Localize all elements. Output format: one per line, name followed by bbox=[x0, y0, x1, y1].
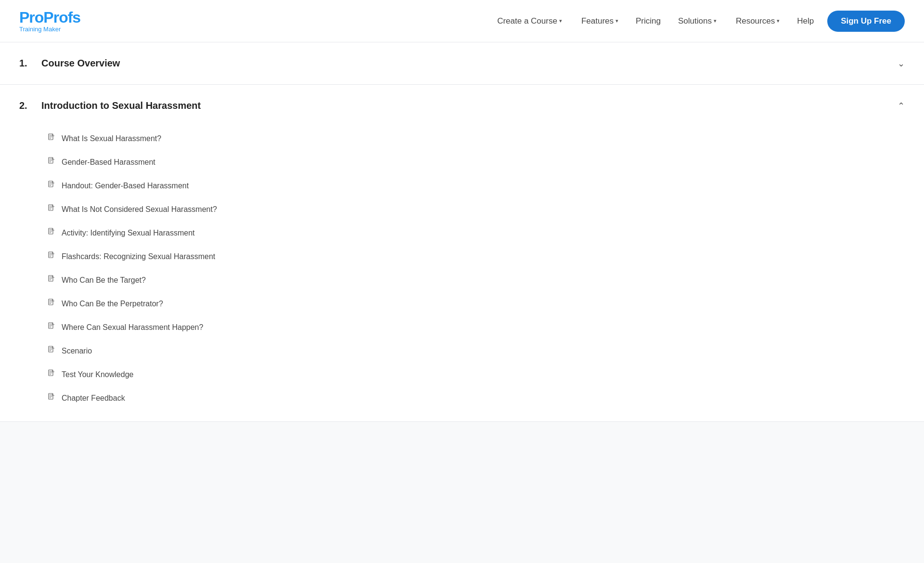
lesson-item[interactable]: Who Can Be the Perpetrator? bbox=[48, 292, 905, 315]
document-icon bbox=[48, 181, 55, 191]
lesson-text: Who Can Be the Perpetrator? bbox=[62, 300, 163, 308]
logo-pro: Pro bbox=[19, 9, 43, 26]
chevron-down-icon: ▾ bbox=[559, 18, 562, 24]
chevron-down-icon: ▾ bbox=[714, 18, 717, 24]
section-1-header[interactable]: 1. Course Overview ⌄ bbox=[19, 42, 905, 84]
nav-features[interactable]: Features ▾ bbox=[574, 13, 626, 30]
lesson-text: Flashcards: Recognizing Sexual Harassmen… bbox=[62, 252, 215, 261]
document-icon bbox=[48, 228, 55, 238]
chevron-down-icon: ▾ bbox=[777, 18, 780, 24]
signup-button[interactable]: Sign Up Free bbox=[827, 11, 905, 32]
lesson-text: What Is Not Considered Sexual Harassment… bbox=[62, 205, 217, 214]
lesson-text: Gender-Based Harassment bbox=[62, 158, 155, 167]
nav-solutions-label: Solutions bbox=[678, 16, 712, 26]
document-icon bbox=[48, 299, 55, 309]
nav-features-label: Features bbox=[581, 16, 614, 26]
nav-solutions[interactable]: Solutions ▾ bbox=[670, 13, 724, 30]
nav-help[interactable]: Help bbox=[791, 13, 820, 30]
document-icon bbox=[48, 369, 55, 380]
document-icon bbox=[48, 204, 55, 214]
lesson-item[interactable]: Who Can Be the Target? bbox=[48, 268, 905, 292]
lesson-text: Where Can Sexual Harassment Happen? bbox=[62, 323, 203, 332]
lesson-item[interactable]: Scenario bbox=[48, 339, 905, 363]
nav-create-course-label: Create a Course bbox=[497, 16, 557, 26]
chevron-up-icon: ⌃ bbox=[898, 101, 905, 111]
lesson-item[interactable]: Activity: Identifying Sexual Harassment bbox=[48, 221, 905, 245]
lesson-text: Scenario bbox=[62, 347, 92, 355]
nav-resources-label: Resources bbox=[736, 16, 775, 26]
main-content: 1. Course Overview ⌄ 2. Introduction to … bbox=[0, 42, 924, 422]
logo[interactable]: ProProfs Training Maker bbox=[19, 10, 80, 32]
lesson-text: Test Your Knowledge bbox=[62, 370, 133, 379]
main-nav: Create a Course ▾ Features ▾ Pricing Sol… bbox=[489, 11, 905, 32]
lesson-item[interactable]: Flashcards: Recognizing Sexual Harassmen… bbox=[48, 245, 905, 268]
section-1-title: Course Overview bbox=[41, 58, 120, 69]
nav-pricing[interactable]: Pricing bbox=[630, 13, 667, 30]
lesson-item[interactable]: Test Your Knowledge bbox=[48, 363, 905, 386]
document-icon bbox=[48, 275, 55, 285]
logo-text: ProProfs bbox=[19, 10, 80, 25]
document-icon bbox=[48, 157, 55, 167]
document-icon bbox=[48, 393, 55, 403]
section-1: 1. Course Overview ⌄ bbox=[0, 42, 924, 85]
nav-pricing-label: Pricing bbox=[636, 16, 661, 26]
document-icon bbox=[48, 251, 55, 262]
lesson-text: Chapter Feedback bbox=[62, 394, 125, 403]
section-1-number: 1. bbox=[19, 58, 34, 69]
document-icon bbox=[48, 346, 55, 356]
lesson-text: What Is Sexual Harassment? bbox=[62, 134, 161, 143]
nav-create-course[interactable]: Create a Course ▾ bbox=[489, 13, 570, 30]
lesson-item[interactable]: Where Can Sexual Harassment Happen? bbox=[48, 315, 905, 339]
lesson-text: Who Can Be the Target? bbox=[62, 276, 146, 285]
logo-profs: Profs bbox=[43, 9, 80, 26]
section-2: 2. Introduction to Sexual Harassment ⌃ W… bbox=[0, 85, 924, 422]
chevron-down-icon: ▾ bbox=[616, 18, 618, 24]
nav-help-label: Help bbox=[797, 16, 814, 26]
nav-resources[interactable]: Resources ▾ bbox=[728, 13, 787, 30]
lesson-text: Activity: Identifying Sexual Harassment bbox=[62, 229, 195, 237]
lesson-item[interactable]: Handout: Gender-Based Harassment bbox=[48, 174, 905, 197]
lesson-text: Handout: Gender-Based Harassment bbox=[62, 182, 189, 190]
chevron-down-icon: ⌄ bbox=[898, 58, 905, 69]
lesson-item[interactable]: Chapter Feedback bbox=[48, 386, 905, 410]
section-2-number: 2. bbox=[19, 100, 34, 111]
lesson-item[interactable]: What Is Not Considered Sexual Harassment… bbox=[48, 197, 905, 221]
document-icon bbox=[48, 133, 55, 144]
site-header: ProProfs Training Maker Create a Course … bbox=[0, 0, 924, 42]
document-icon bbox=[48, 322, 55, 332]
logo-subtitle: Training Maker bbox=[19, 26, 80, 32]
lesson-item[interactable]: Gender-Based Harassment bbox=[48, 150, 905, 174]
lesson-list-section-2: What Is Sexual Harassment?Gender-Based H… bbox=[19, 127, 905, 421]
section-2-header[interactable]: 2. Introduction to Sexual Harassment ⌃ bbox=[19, 85, 905, 127]
lesson-item[interactable]: What Is Sexual Harassment? bbox=[48, 127, 905, 150]
section-2-title: Introduction to Sexual Harassment bbox=[41, 100, 201, 111]
